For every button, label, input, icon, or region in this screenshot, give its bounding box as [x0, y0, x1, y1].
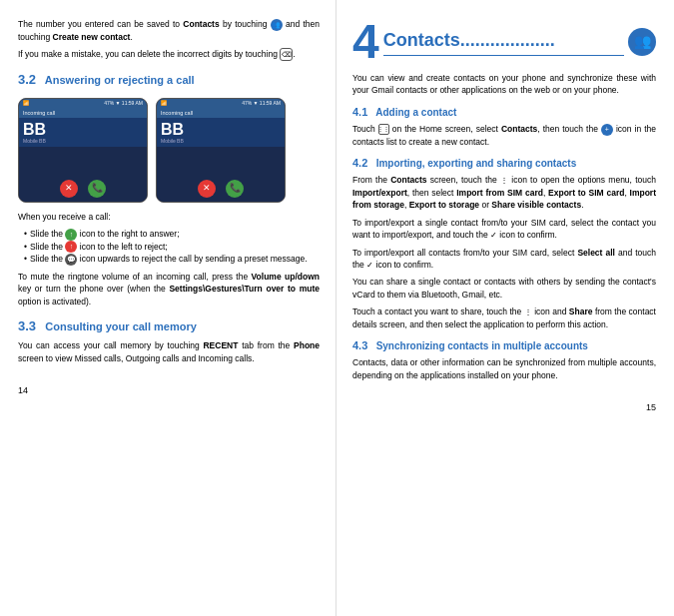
- page-number-left: 14: [18, 384, 320, 397]
- bullet-reject: Slide the ↑ icon to the left to reject;: [24, 241, 320, 254]
- reject-btn-1[interactable]: ✕: [60, 180, 78, 198]
- intro-paragraph-2: If you make a mistake, you can delete th…: [18, 48, 320, 61]
- answer-btn-1[interactable]: 📞: [88, 180, 106, 198]
- right-page: 4 Contacts................... 👥 You can …: [337, 0, 674, 616]
- left-page: The number you entered can be saved to C…: [0, 0, 337, 616]
- share-icon: ⋮: [524, 308, 532, 316]
- call-buttons-1: ✕ 📞: [19, 147, 147, 201]
- chapter-title: Contacts...................: [383, 28, 624, 56]
- call-label-1: Incoming call: [19, 109, 147, 119]
- section-4-3-heading: 4.3 Synchronizing contacts in multiple a…: [352, 338, 656, 353]
- import-paragraph-1: From the Contacts screen, touch the ⋮ ic…: [352, 174, 656, 211]
- page-number-right: 15: [352, 401, 656, 414]
- add-contact-paragraph: Touch ⋮⋮ on the Home screen, select Cont…: [352, 123, 656, 148]
- add-contact-icon: +: [601, 124, 613, 136]
- caller-info-2: BB Mobile BB: [157, 118, 285, 147]
- contacts-icon: 👥: [271, 19, 283, 31]
- bullet-preset: Slide the 💬 icon upwards to reject the c…: [24, 253, 320, 266]
- import-paragraph-3: To import/export all contacts from/to yo…: [352, 247, 656, 272]
- contacts-chapter-icon: 👥: [628, 28, 656, 56]
- section-4-2-heading: 4.2 Importing, exporting and sharing con…: [352, 156, 656, 171]
- share-action-paragraph: Touch a contact you want to share, touch…: [352, 306, 656, 330]
- consult-paragraph: You can access your call memory by touch…: [18, 339, 320, 364]
- grid-icon: ⋮⋮: [378, 124, 389, 135]
- delete-icon: ⌫: [280, 48, 293, 61]
- share-paragraph: You can share a single contact or contac…: [352, 276, 656, 301]
- section-3-3-heading: 3.3 Consulting your call memory: [18, 317, 320, 335]
- answer-slide-icon: ↑: [65, 229, 77, 241]
- chapter-header: 4 Contacts................... 👥: [352, 18, 656, 66]
- reject-btn-2[interactable]: ✕: [198, 180, 216, 198]
- chapter-intro: You can view and create contacts on your…: [352, 72, 656, 97]
- intro-paragraph-1: The number you entered can be saved to C…: [18, 18, 320, 43]
- phone-frame-2: 📶 47% ▼ 11:59 AM Incoming call BB Mobile…: [156, 98, 286, 203]
- call-bullets: Slide the ↑ icon to the right to answer;…: [24, 228, 320, 266]
- call-buttons-2: ✕ 📞: [157, 147, 285, 201]
- status-bar-1: 📶 47% ▼ 11:59 AM: [19, 99, 147, 109]
- receive-call-intro: When you receive a call:: [18, 211, 320, 223]
- call-label-2: Incoming call: [157, 109, 285, 119]
- sync-paragraph: Contacts, data or other information can …: [352, 356, 656, 381]
- phone-frame-1: 📶 47% ▼ 11:59 AM Incoming call BB Mobile…: [18, 98, 148, 203]
- mute-paragraph: To mute the ringtone volume of an incomi…: [18, 271, 320, 308]
- chapter-number: 4: [352, 18, 379, 66]
- phone-screenshots: 📶 47% ▼ 11:59 AM Incoming call BB Mobile…: [18, 98, 320, 203]
- caller-info-1: BB Mobile BB: [19, 118, 147, 147]
- preset-slide-icon: 💬: [65, 254, 77, 266]
- checkmark-icon: ✓: [490, 231, 497, 240]
- section-4-1-heading: 4.1 Adding a contact: [352, 105, 656, 120]
- section-3-2-heading: 3.2 Answering or rejecting a call: [18, 71, 320, 89]
- bullet-answer: Slide the ↑ icon to the right to answer;: [24, 228, 320, 241]
- answer-btn-2[interactable]: 📞: [226, 180, 244, 198]
- status-bar-2: 📶 47% ▼ 11:59 AM: [157, 99, 285, 109]
- options-icon: ⋮: [500, 176, 508, 185]
- reject-slide-icon: ↑: [65, 241, 77, 253]
- checkmark-icon-2: ✓: [366, 261, 373, 270]
- import-paragraph-2: To import/export a single contact from/t…: [352, 217, 656, 242]
